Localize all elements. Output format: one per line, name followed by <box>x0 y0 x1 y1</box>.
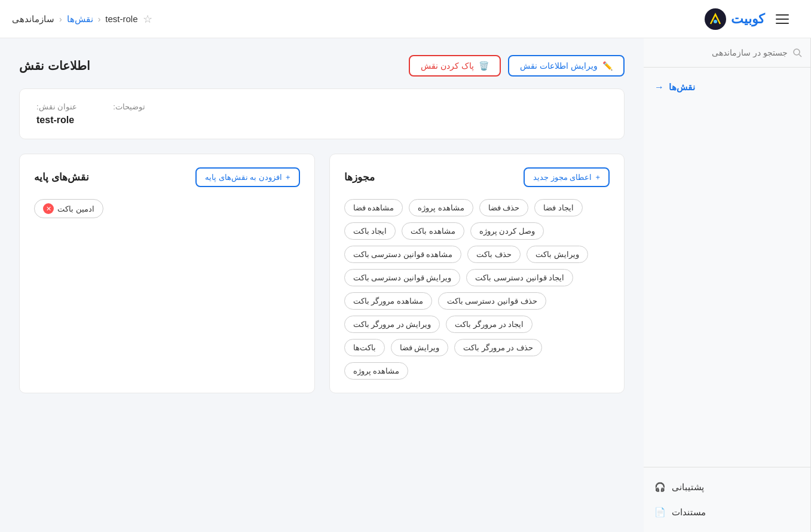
add-permission-icon: + <box>595 173 600 182</box>
list-item: مشاهده فضا <box>344 199 403 216</box>
role-title-label: عنوان نقش: <box>36 102 77 111</box>
delete-button[interactable]: 🗑️ پاک کردن نقش <box>409 55 501 77</box>
add-permission-button[interactable]: + اعطای مجوز جدید <box>524 167 610 187</box>
add-base-role-button[interactable]: + افزودن به نقش‌های پایه <box>195 167 299 187</box>
content-area: ✏️ ویرایش اطلاعات نقش 🗑️ پاک کردن نقش اط… <box>0 38 644 532</box>
sidebar-bottom: پشتیبانی 🎧 مستندات 📄 <box>644 467 810 532</box>
list-item: مشاهده قوانین دسترسی باکت <box>344 246 462 263</box>
topbar: کوبیت ☆ test-role ‹ نقش‌ها ‹ سازماندهی <box>0 0 811 38</box>
permissions-title: مجوزها <box>344 171 375 184</box>
app-logo: کوبیت <box>705 8 764 30</box>
role-title-field: عنوان نقش: test-role <box>36 102 77 126</box>
info-row: توضیحات: عنوان نقش: test-role <box>36 102 607 126</box>
add-base-role-label: افزودن به نقش‌های پایه <box>205 173 282 182</box>
support-icon: 🎧 <box>654 482 666 493</box>
hamburger-line <box>776 23 789 24</box>
page-title: اطلاعات نقش <box>19 59 90 73</box>
edit-button[interactable]: ✏️ ویرایش اطلاعات نقش <box>508 55 625 77</box>
permissions-card: + اعطای مجوز جدید مجوزها ایجاد فضا حذف ف… <box>329 154 625 393</box>
list-item: مشاهده پروژه <box>409 199 473 216</box>
svg-point-2 <box>794 49 800 55</box>
list-item: ایجاد باکت <box>344 222 396 240</box>
two-col-section: + اعطای مجوز جدید مجوزها ایجاد فضا حذف ف… <box>19 154 625 393</box>
search-input[interactable] <box>652 48 788 57</box>
search-icon <box>792 48 802 57</box>
favorite-icon[interactable]: ☆ <box>143 13 152 26</box>
topbar-left: کوبیت <box>705 8 799 30</box>
list-item: حذف قوانین دسترسی باکت <box>438 292 546 310</box>
breadcrumb-org: سازماندهی <box>12 14 54 25</box>
svg-point-0 <box>705 8 726 30</box>
list-item: ویرایش در مرورگر باکت <box>344 316 440 333</box>
list-item: مشاهده مرورگر باکت <box>344 292 432 310</box>
breadcrumb-sep: ‹ <box>98 14 101 24</box>
edit-label: ویرایش اطلاعات نقش <box>520 61 598 71</box>
list-item: حذف فضا <box>479 199 529 216</box>
list-item: حذف باکت <box>467 246 521 263</box>
add-base-role-icon: + <box>286 173 290 182</box>
sidebar-item-support[interactable]: پشتیبانی 🎧 <box>644 475 810 500</box>
hamburger-line <box>776 19 789 20</box>
sidebar-item-roles[interactable]: نقش‌ها → <box>644 75 810 100</box>
list-item: مشاهده پروژه <box>344 362 409 380</box>
sidebar-item-label: نقش‌ها <box>669 82 695 93</box>
list-item: ایجاد فضا <box>534 199 583 216</box>
sidebar-item-docs[interactable]: مستندات 📄 <box>644 500 810 525</box>
description-field: توضیحات: <box>113 102 145 126</box>
base-roles-card: + افزودن به نقش‌های پایه نقش‌های پایه اد… <box>19 154 315 393</box>
hamburger-menu[interactable] <box>772 8 793 30</box>
description-label: توضیحات: <box>113 102 145 111</box>
arrow-icon: → <box>654 82 664 93</box>
breadcrumb: ☆ test-role ‹ نقش‌ها ‹ سازماندهی <box>12 13 152 26</box>
list-item: ایجاد در مرورگر باکت <box>446 316 532 333</box>
base-roles-header: + افزودن به نقش‌های پایه نقش‌های پایه <box>34 167 300 187</box>
info-card: توضیحات: عنوان نقش: test-role <box>19 88 625 139</box>
base-role-label: ادمین باکت <box>57 204 94 213</box>
list-item: ویرایش باکت <box>527 246 588 263</box>
sidebar-support-label: پشتیبانی <box>672 482 704 493</box>
sidebar: نقش‌ها → پشتیبانی 🎧 مستندات 📄 <box>644 38 811 532</box>
base-roles-tags: ادمین باکت ✕ <box>34 199 300 218</box>
role-title-value: test-role <box>36 115 74 126</box>
remove-base-role-button[interactable]: ✕ <box>43 203 54 214</box>
svg-line-3 <box>799 54 801 57</box>
sidebar-docs-label: مستندات <box>672 507 706 518</box>
list-item: ایجاد قوانین دسترسی باکت <box>466 269 573 286</box>
sidebar-search-container <box>644 38 810 68</box>
svg-point-1 <box>714 20 717 23</box>
list-item: وصل کردن پروژه <box>470 222 544 240</box>
list-item: مشاهده باکت <box>402 222 464 240</box>
main-layout: نقش‌ها → پشتیبانی 🎧 مستندات 📄 ✏️ ویرایش … <box>0 38 811 532</box>
add-permission-label: اعطای مجوز جدید <box>533 173 592 182</box>
logo-text: کوبیت <box>731 11 764 27</box>
list-item: حذف در مرورگر باکت <box>454 339 542 356</box>
breadcrumb-roles[interactable]: نقش‌ها <box>67 14 93 25</box>
sidebar-nav: نقش‌ها → <box>644 68 810 467</box>
list-item: ویرایش قوانین دسترسی باکت <box>344 269 461 286</box>
list-item: ویرایش فضا <box>391 339 449 356</box>
permissions-tags: ایجاد فضا حذف فضا مشاهده پروژه مشاهده فض… <box>344 199 610 380</box>
list-item: ادمین باکت ✕ <box>34 199 103 218</box>
logo-icon <box>705 8 726 30</box>
breadcrumb-sep2: ‹ <box>59 14 62 24</box>
delete-icon: 🗑️ <box>479 61 489 71</box>
docs-icon: 📄 <box>654 507 666 518</box>
delete-label: پاک کردن نقش <box>421 61 474 71</box>
list-item: باکت‌ها <box>344 339 385 356</box>
header-actions: ✏️ ویرایش اطلاعات نقش 🗑️ پاک کردن نقش <box>409 55 625 77</box>
breadcrumb-current: test-role <box>105 14 137 24</box>
permissions-header: + اعطای مجوز جدید مجوزها <box>344 167 610 187</box>
hamburger-line <box>776 14 789 16</box>
edit-icon: ✏️ <box>602 61 613 71</box>
base-roles-title: نقش‌های پایه <box>34 171 89 184</box>
page-header: ✏️ ویرایش اطلاعات نقش 🗑️ پاک کردن نقش اط… <box>19 55 625 77</box>
